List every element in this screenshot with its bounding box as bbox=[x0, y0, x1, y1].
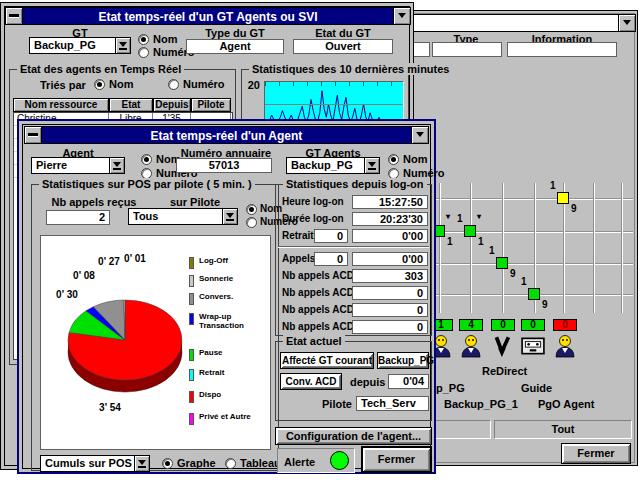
stat-count-field: 0 bbox=[314, 229, 348, 243]
stat-value-field: 0 bbox=[352, 303, 428, 317]
cumuls-combobox[interactable]: Cumuls sur POS bbox=[40, 455, 150, 472]
gt-window-title: Etat temps-réel d'un GT Agents ou SVI bbox=[98, 10, 317, 24]
sort-nom-radio[interactable] bbox=[94, 79, 105, 90]
grid-line bbox=[425, 198, 633, 199]
etat-actuel-group: Etat actuel Affecté GT courant Backup_PG… bbox=[275, 341, 432, 421]
agent-window-title: Etat temps-réel d'un Agent bbox=[151, 129, 303, 143]
column-header[interactable]: Nom ressource bbox=[13, 98, 109, 112]
marker-icon: ▾ bbox=[446, 212, 450, 221]
depuis-label: depuis bbox=[350, 376, 385, 388]
grid-line bbox=[439, 183, 440, 313]
stat-value-field: 15:27:50 bbox=[352, 195, 428, 209]
counter-box: 4 bbox=[459, 319, 483, 331]
gt-numero-radio[interactable] bbox=[138, 47, 149, 58]
agents-table-header: Nom ressourceEtatDepuisPilote bbox=[13, 98, 233, 112]
agent-combobox[interactable]: Pierre bbox=[31, 157, 125, 174]
information-field bbox=[507, 42, 617, 57]
etat-gt-value: Ouvert bbox=[293, 39, 393, 54]
legend-color-icon bbox=[189, 257, 194, 269]
combo-arrow-icon[interactable] bbox=[364, 158, 379, 173]
legend-color-icon bbox=[189, 413, 194, 425]
tableau-radio[interactable] bbox=[225, 458, 236, 469]
stat-value-field: 0 bbox=[352, 320, 428, 334]
gt-agents-combobox[interactable]: Backup_PG bbox=[286, 157, 380, 174]
system-menu-icon[interactable] bbox=[25, 127, 42, 143]
agent-fermer-button[interactable]: Fermer bbox=[361, 446, 432, 473]
pilote-label: Pilote bbox=[322, 398, 352, 410]
guide-icon[interactable] bbox=[521, 334, 545, 358]
gt-titlebar[interactable]: Etat temps-réel d'un GT Agents ou SVI bbox=[5, 7, 411, 25]
diagram-node[interactable] bbox=[496, 257, 508, 269]
sur-pilote-combobox[interactable]: Tous bbox=[128, 208, 238, 225]
grid-line bbox=[470, 183, 471, 313]
gt-nom-label: Nom bbox=[153, 33, 177, 45]
node-count-top: 1 bbox=[550, 180, 556, 191]
y-tick-20: 20 bbox=[244, 79, 260, 91]
column-header[interactable]: Depuis bbox=[153, 98, 191, 112]
system-menu-icon[interactable] bbox=[6, 8, 23, 24]
agent-icon[interactable] bbox=[553, 334, 577, 358]
node-count-top: 1 bbox=[489, 245, 495, 256]
legend-color-icon bbox=[189, 349, 194, 361]
grid-line bbox=[621, 183, 622, 313]
legend-color-icon bbox=[189, 275, 194, 287]
pie-label-dispo: 3' 54 bbox=[90, 402, 130, 413]
depuis-value: 0'04 bbox=[388, 374, 429, 389]
agent-nom-radio[interactable] bbox=[141, 154, 152, 165]
gt-courant-button[interactable]: Backup_PG bbox=[377, 352, 429, 369]
stat-value-field: 0'00 bbox=[352, 252, 428, 266]
column-header[interactable]: Etat bbox=[109, 98, 153, 112]
affecte-gt-button[interactable]: Affecté GT courant bbox=[280, 352, 374, 369]
overview-fermer-button[interactable]: Fermer bbox=[561, 443, 631, 464]
pie-label-wrapup: 0' 08 bbox=[64, 270, 104, 281]
grid-line bbox=[593, 183, 594, 313]
combo-arrow-icon[interactable] bbox=[134, 456, 149, 471]
minimize-icon[interactable] bbox=[618, 15, 635, 31]
pilote-numero-radio[interactable] bbox=[246, 217, 257, 228]
combo-arrow-icon[interactable] bbox=[115, 38, 130, 53]
alert-status-icon bbox=[330, 451, 349, 470]
node-count-bottom: 1 bbox=[478, 236, 484, 247]
redirect-icon[interactable] bbox=[491, 334, 515, 358]
legend-color-icon bbox=[189, 391, 194, 403]
column-header[interactable]: Pilote bbox=[191, 98, 231, 112]
legend-label: Wrap-up Transaction bbox=[199, 312, 257, 330]
combo-arrow-icon[interactable] bbox=[109, 158, 124, 173]
diagram-node[interactable] bbox=[528, 288, 540, 300]
logon-group: Statistiques depuis log-on Heure log-on1… bbox=[275, 184, 432, 336]
legend-label: Retrait bbox=[199, 368, 257, 377]
configuration-button[interactable]: Configuration de l'agent... bbox=[275, 427, 432, 445]
gt-combobox[interactable]: Backup_PG bbox=[29, 37, 131, 54]
sort-numero-radio[interactable] bbox=[168, 79, 179, 90]
routing-diagram: 1911▾11▾191914000ReDirectBackup_PGGuideB… bbox=[425, 183, 635, 417]
legend-label: Sonnerie bbox=[199, 274, 257, 283]
gtagents-nom-radio[interactable] bbox=[388, 154, 399, 165]
conv-acd-button[interactable]: Conv. ACD bbox=[280, 373, 342, 390]
diagram-node[interactable] bbox=[464, 225, 476, 237]
pilote-nom-radio[interactable] bbox=[246, 204, 257, 215]
diagram-label: ReDirect bbox=[482, 365, 527, 377]
gt-nom-radio[interactable] bbox=[138, 34, 149, 45]
numero-annuaire-value: 57013 bbox=[176, 158, 272, 173]
agent-icon[interactable] bbox=[459, 334, 483, 358]
combo-arrow-icon[interactable] bbox=[222, 209, 237, 224]
nb-appels-recus-label: Nb appels reçus bbox=[38, 196, 150, 208]
graphe-radio[interactable] bbox=[162, 458, 173, 469]
legend-item: Dispo bbox=[189, 390, 267, 408]
grid-line bbox=[502, 183, 503, 313]
grid-line bbox=[425, 231, 633, 232]
legend-item: Log-Off bbox=[189, 256, 267, 274]
stat-value-field: 303 bbox=[352, 269, 428, 283]
node-count-bottom: 1 bbox=[447, 236, 453, 247]
stat-count-field: 0 bbox=[314, 252, 348, 266]
agent-titlebar[interactable]: Etat temps-réel d'un Agent bbox=[24, 126, 429, 144]
status-panel-tout: Tout bbox=[494, 420, 632, 439]
diagram-node[interactable] bbox=[557, 192, 569, 204]
minimize-icon[interactable] bbox=[393, 8, 410, 24]
type-gt-value: Agent bbox=[186, 39, 284, 54]
node-count-top: 1 bbox=[521, 276, 527, 287]
legend-item: Convers. bbox=[189, 292, 267, 310]
pie-label-pause: 0' 30 bbox=[47, 289, 87, 300]
diagram-label: PgO Agent bbox=[538, 398, 594, 410]
minimize-icon[interactable] bbox=[411, 127, 428, 143]
